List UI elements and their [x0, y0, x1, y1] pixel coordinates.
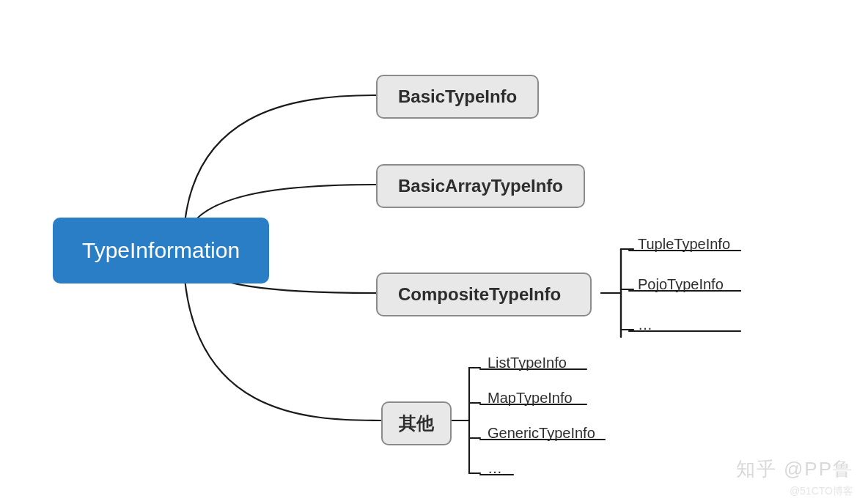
leaf-pojo: PojoTypeInfo [638, 276, 724, 293]
child-label: BasicTypeInfo [398, 86, 517, 106]
child-label: BasicArrayTypeInfo [398, 176, 563, 196]
child-node-other: 其他 [381, 401, 452, 445]
root-node: TypeInformation [53, 218, 269, 284]
leaf-more: … [638, 316, 652, 333]
leaf-tuple: TupleTypeInfo [638, 236, 730, 253]
child-node-basic: BasicTypeInfo [376, 75, 539, 119]
child-label: 其他 [399, 413, 434, 433]
child-label: CompositeTypeInfo [398, 284, 561, 304]
leaf-generic: GenericTypeInfo [488, 425, 595, 442]
child-node-basic-array: BasicArrayTypeInfo [376, 164, 585, 208]
watermark-zhihu: 知乎 @PP鲁 [736, 456, 853, 482]
watermark-cto: @51CTO博客 [790, 485, 853, 498]
leaf-other-more: … [488, 460, 502, 477]
mindmap-canvas: TypeInformation BasicTypeInfo BasicArray… [0, 0, 868, 504]
root-label: TypeInformation [82, 238, 240, 262]
leaf-list: ListTypeInfo [488, 355, 567, 371]
child-node-composite: CompositeTypeInfo [376, 273, 592, 316]
leaf-map: MapTypeInfo [488, 390, 573, 407]
